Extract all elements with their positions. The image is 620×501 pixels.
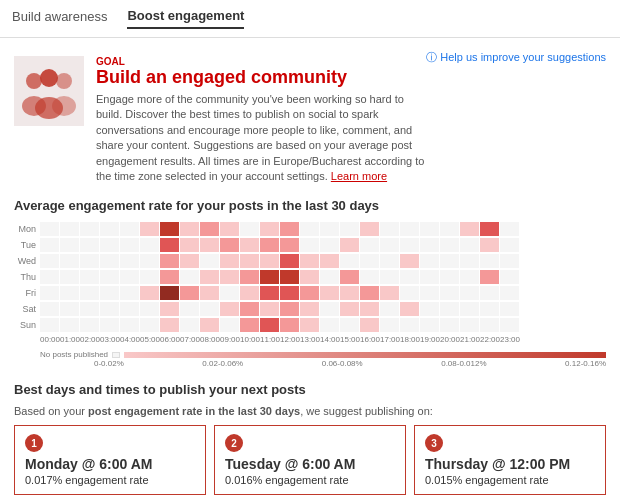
cell <box>260 270 279 284</box>
cell <box>160 286 179 300</box>
cell <box>480 286 499 300</box>
heatmap-grid: Mon Tue Wed Thu <box>14 221 606 333</box>
nav-boost-engagement[interactable]: Boost engagement <box>127 8 244 29</box>
heatmap-row-sun: Sun <box>14 317 606 333</box>
cell <box>360 286 379 300</box>
heatmap-x-labels: 00:00 01:00 02:00 03:00 04:00 05:00 06:0… <box>14 335 606 344</box>
cell <box>60 238 79 252</box>
cell <box>60 302 79 316</box>
cell <box>300 222 319 236</box>
cell <box>120 302 139 316</box>
x-label: 09:00 <box>220 335 240 344</box>
cell <box>420 286 439 300</box>
cell <box>320 302 339 316</box>
cell <box>80 318 99 332</box>
cell <box>260 286 279 300</box>
cell <box>40 254 59 268</box>
cell <box>320 318 339 332</box>
cell <box>420 302 439 316</box>
cell <box>280 222 299 236</box>
cell <box>460 222 479 236</box>
cell <box>120 270 139 284</box>
cell <box>100 302 119 316</box>
cell <box>160 238 179 252</box>
help-link[interactable]: ⓘ Help us improve your suggestions <box>426 50 606 65</box>
x-label: 20:00 <box>440 335 460 344</box>
cell <box>300 270 319 284</box>
cell <box>400 238 419 252</box>
x-label: 13:00 <box>300 335 320 344</box>
cell <box>460 270 479 284</box>
cell <box>300 238 319 252</box>
cell <box>200 286 219 300</box>
cell <box>340 270 359 284</box>
cell <box>460 302 479 316</box>
goal-image <box>14 56 84 126</box>
legend-label-4: 0.08-0.012% <box>441 359 486 368</box>
cell <box>140 254 159 268</box>
cell <box>280 302 299 316</box>
cell <box>360 238 379 252</box>
cell <box>200 318 219 332</box>
cell <box>220 238 239 252</box>
cell <box>280 318 299 332</box>
x-label: 11:00 <box>260 335 280 344</box>
heatmap-row-mon: Mon <box>14 221 606 237</box>
x-label: 19:00 <box>420 335 440 344</box>
learn-more-link[interactable]: Learn more <box>331 170 387 182</box>
cell <box>160 254 179 268</box>
cell <box>100 238 119 252</box>
engagement-intro: Based on your post engagement rate in th… <box>14 405 606 417</box>
day-sat: Sat <box>14 304 40 314</box>
cell <box>260 302 279 316</box>
day-wed: Wed <box>14 256 40 266</box>
heatmap-row-thu: Thu <box>14 269 606 285</box>
x-label: 22:00 <box>480 335 500 344</box>
cell <box>280 270 299 284</box>
svg-point-1 <box>26 73 42 89</box>
cell <box>300 254 319 268</box>
best-times-section: Best days and times to publish your next… <box>14 382 606 501</box>
cell <box>200 222 219 236</box>
cell <box>240 318 259 332</box>
goal-section: GOAL Build an engaged community Engage m… <box>14 56 426 184</box>
nav-build-awareness[interactable]: Build awareness <box>12 9 107 28</box>
cell <box>460 318 479 332</box>
tue-cells <box>40 238 519 252</box>
day-tue: Tue <box>14 240 40 250</box>
cell <box>480 318 499 332</box>
x-label: 06:00 <box>160 335 180 344</box>
cell <box>200 270 219 284</box>
cell <box>420 222 439 236</box>
cell <box>100 270 119 284</box>
goal-desc: Engage more of the community you've been… <box>96 92 426 184</box>
cell <box>480 302 499 316</box>
card-time-3: Thursday @ 12:00 PM <box>425 456 595 472</box>
legend-label-2: 0.02-0.06% <box>202 359 243 368</box>
engagement-card-2: 2 Tuesday @ 6:00 AM 0.016% engagement ra… <box>214 425 406 495</box>
x-label: 05:00 <box>140 335 160 344</box>
cell <box>200 254 219 268</box>
cell <box>220 254 239 268</box>
cell <box>400 222 419 236</box>
cell <box>460 286 479 300</box>
engagement-intro-bold: post engagement rate in the last 30 days <box>88 405 300 417</box>
heatmap-title: Average engagement rate for your posts i… <box>14 198 606 213</box>
cell <box>80 254 99 268</box>
cell <box>500 254 519 268</box>
day-mon: Mon <box>14 224 40 234</box>
cell <box>100 286 119 300</box>
rank-badge-1: 1 <box>25 434 43 452</box>
cell <box>360 302 379 316</box>
svg-point-2 <box>56 73 72 89</box>
legend-row: No posts published <box>14 350 606 359</box>
svg-point-5 <box>40 69 58 87</box>
cell <box>320 238 339 252</box>
legend-text-row: 0-0.02% 0.02-0.06% 0.06-0.08% 0.08-0.012… <box>14 359 606 368</box>
cell <box>380 270 399 284</box>
cell <box>80 302 99 316</box>
cell <box>440 254 459 268</box>
wed-cells <box>40 254 519 268</box>
cell <box>60 222 79 236</box>
cell <box>140 286 159 300</box>
